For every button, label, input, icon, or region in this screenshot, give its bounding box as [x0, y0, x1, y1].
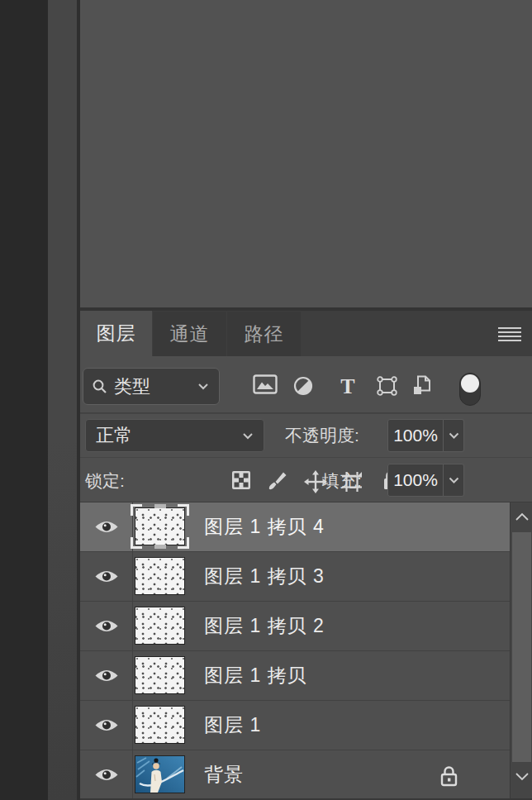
smart-object-filter-icon[interactable] — [412, 374, 432, 397]
scroll-down-icon[interactable] — [511, 762, 532, 790]
chevron-down-icon — [242, 432, 254, 440]
search-icon — [92, 379, 107, 394]
layer-name[interactable]: 图层 1 拷贝 — [204, 651, 307, 701]
lock-label: 锁定: — [85, 464, 125, 498]
filter-toggle-knob — [461, 374, 479, 393]
empty-panel-area — [80, 0, 532, 307]
panel-divider-strip[interactable] — [48, 0, 77, 800]
layer-row[interactable]: 图层 1 拷贝 3 — [80, 552, 510, 602]
layers-panel: 图层 通道 路径 类型 — [80, 0, 532, 800]
layer-list: 图层 1 拷贝 4 图层 1 拷贝 3 图层 1 拷贝 2 — [80, 502, 532, 800]
lock-transparency-icon[interactable] — [231, 470, 251, 490]
filter-toggle[interactable] — [459, 373, 481, 406]
layer-thumbnail[interactable] — [135, 656, 185, 694]
selection-handle — [154, 545, 166, 549]
opacity-dropdown-button[interactable] — [444, 419, 464, 452]
layer-row[interactable]: 图层 1 拷贝 2 — [80, 602, 510, 651]
tab-channels[interactable]: 通道 — [153, 312, 226, 356]
visibility-cell[interactable] — [80, 552, 133, 601]
eye-icon — [93, 667, 120, 684]
layer-name[interactable]: 图层 1 — [204, 701, 261, 750]
visibility-cell[interactable] — [80, 701, 133, 750]
panel-tab-bar: 图层 通道 路径 — [80, 311, 532, 356]
layer-row[interactable]: 图层 1 拷贝 4 — [80, 502, 510, 552]
scroll-up-icon[interactable] — [511, 502, 532, 531]
selection-bracket — [178, 504, 189, 516]
layer-name[interactable]: 图层 1 拷贝 2 — [204, 602, 325, 651]
pixel-layer-filter-icon[interactable] — [253, 374, 278, 394]
selection-handle — [154, 504, 166, 508]
eye-icon — [93, 518, 120, 536]
layer-filter-row: 类型 T — [80, 356, 532, 413]
layer-thumbnail[interactable] — [135, 507, 185, 545]
layer-row[interactable]: 图层 1 拷贝 — [80, 651, 510, 701]
fill-input[interactable]: 100% — [387, 464, 444, 497]
layer-thumbnail[interactable] — [135, 706, 185, 744]
layer-thumbnail[interactable] — [135, 607, 185, 645]
adjustment-layer-filter-icon[interactable] — [293, 376, 313, 396]
tab-paths[interactable]: 路径 — [227, 312, 301, 356]
selection-bracket — [131, 537, 142, 549]
layer-row-background[interactable]: 背景 — [80, 750, 510, 800]
opacity-input[interactable]: 100% — [387, 419, 444, 452]
eye-icon — [93, 568, 120, 585]
visibility-cell[interactable] — [80, 502, 133, 551]
selection-bracket — [131, 504, 142, 516]
filter-kind-dropdown[interactable]: 类型 — [83, 368, 220, 405]
fill-label: 填充: — [322, 464, 362, 498]
type-layer-filter-icon[interactable]: T — [338, 376, 358, 396]
visibility-cell[interactable] — [80, 602, 133, 650]
layer-thumbnail[interactable] — [135, 755, 185, 793]
scrollbar-thumb[interactable] — [512, 532, 531, 762]
eye-icon — [93, 766, 120, 783]
scrollbar[interactable] — [510, 502, 532, 800]
fill-dropdown-button[interactable] — [444, 464, 464, 497]
layer-name[interactable]: 背景 — [204, 750, 244, 800]
visibility-cell[interactable] — [80, 750, 133, 799]
layer-row[interactable]: 图层 1 — [80, 701, 510, 750]
panel-menu-icon[interactable] — [498, 325, 521, 341]
layer-name[interactable]: 图层 1 拷贝 3 — [204, 552, 325, 602]
lock-pixels-brush-icon[interactable] — [267, 470, 288, 492]
selection-bracket — [178, 537, 189, 549]
lock-row: 锁定: 填充: 100% — [80, 457, 532, 502]
shape-layer-filter-icon[interactable] — [376, 375, 398, 397]
blend-mode-value: 正常 — [96, 423, 132, 448]
photoshop-layers-panel: 图层 通道 路径 类型 — [0, 0, 532, 800]
tab-layers[interactable]: 图层 — [80, 311, 152, 356]
svg-text:T: T — [340, 376, 354, 396]
visibility-cell[interactable] — [80, 651, 133, 700]
blend-mode-row: 正常 不透明度: 100% — [80, 413, 532, 457]
filter-kind-label: 类型 — [114, 374, 150, 399]
chevron-down-icon — [197, 383, 209, 391]
layer-locked-icon — [439, 764, 459, 788]
layer-thumbnail[interactable] — [135, 557, 185, 595]
opacity-label: 不透明度: — [285, 419, 359, 452]
blend-mode-dropdown[interactable]: 正常 — [85, 419, 264, 452]
eye-icon — [93, 717, 120, 734]
layer-name[interactable]: 图层 1 拷贝 4 — [204, 502, 325, 552]
window-edge-strip — [0, 0, 48, 800]
eye-icon — [93, 617, 120, 635]
